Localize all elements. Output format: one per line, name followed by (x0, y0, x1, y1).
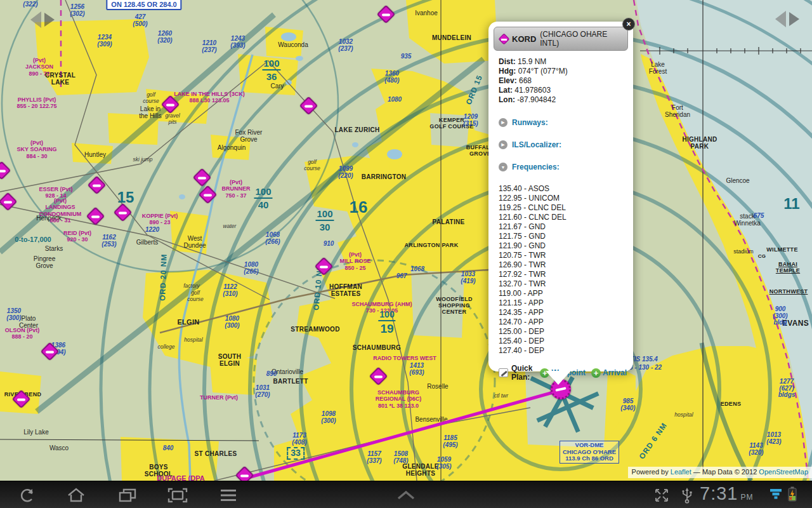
tablet-screen: CRYSTAL LAKECaryFox River GroveAlgonquin… (0, 0, 812, 508)
section-frequencies[interactable]: ▼Frequencies: (499, 163, 627, 171)
android-system-bar: 7:31PM (0, 481, 812, 508)
airport-marker[interactable] (192, 168, 211, 187)
popup-sections: ▶Runways:▶ILS/Localizer:▼Frequencies: (499, 118, 627, 171)
recent-apps-button[interactable] (113, 485, 142, 505)
airport-marker[interactable] (198, 185, 217, 204)
home-button[interactable] (62, 485, 91, 505)
frequency-item: 127.40 - DEP (499, 346, 627, 356)
expand-panel-chevron[interactable] (391, 485, 421, 505)
quick-plan-icon (499, 368, 508, 377)
battery-icon (788, 486, 797, 504)
section-label[interactable]: Runways: (512, 118, 548, 127)
usb-icon (680, 487, 694, 506)
section-runways[interactable]: ▶Runways: (499, 118, 627, 127)
frequency-list: 135.40 - ASOS122.95 - UNICOM119.25 - CLN… (499, 184, 627, 356)
stat-line: Lon: -87.904842 (499, 95, 627, 105)
frequency-item: 124.35 - APP (499, 308, 627, 318)
section-label[interactable]: Frequencies: (512, 163, 560, 171)
frequency-item: 121.15 - APP (499, 298, 627, 308)
airport-marker[interactable] (0, 161, 11, 180)
airport-name: (CHICAGO OHARE INTL) (540, 30, 624, 48)
airport-marker[interactable] (40, 342, 59, 361)
frequency-item: 122.95 - UNICOM (499, 194, 627, 203)
menu-button[interactable] (214, 485, 243, 505)
collapse-icon[interactable]: ▼ (499, 163, 508, 171)
frequency-item: 121.75 - GND (499, 232, 627, 241)
stat-line: Hdg: 074°T (077°M) (499, 67, 627, 76)
frequency-item: 120.75 - TWR (499, 251, 627, 260)
stat-line: Elev: 668 (499, 76, 627, 86)
popup-header: KORD (CHICAGO OHARE INTL) (494, 27, 628, 51)
frequency-item: 119.25 - CLNC DEL (499, 203, 627, 213)
frequency-item: 124.70 - APP (499, 318, 627, 327)
airport-marker[interactable] (87, 175, 106, 194)
frequency-item: 121.60 - CLNC DEL (499, 213, 627, 222)
openstreetmap-link[interactable]: OpenStreetMap (759, 468, 808, 476)
expand-icon[interactable]: ▶ (499, 118, 508, 127)
airport-diamond-icon (498, 33, 509, 44)
clock-ampm: PM (740, 493, 753, 502)
airport-info-popup: × KORD (CHICAGO OHARE INTL) Dist: 15.9 N… (488, 22, 633, 371)
add-arrival-button[interactable]: +Arrival (591, 368, 627, 378)
airport-markers-layer (0, 0, 812, 481)
airport-marker[interactable] (86, 206, 105, 225)
airport-stats: Dist: 15.9 NMHdg: 074°T (077°M)Elev: 668… (499, 57, 627, 105)
airport-marker[interactable] (160, 95, 180, 114)
frequency-item: 125.40 - DEP (499, 337, 627, 346)
frequency-item: 121.90 - GND (499, 241, 627, 251)
clock-time: 7:31 (700, 483, 738, 504)
attribution-powered: Powered by (632, 468, 671, 476)
frequency-item: 125.00 - DEP (499, 327, 627, 337)
clock: 7:31PM (700, 483, 753, 504)
stat-line: Dist: 15.9 NM (499, 57, 627, 67)
frequency-item: 121.67 - GND (499, 222, 627, 232)
frequency-item: 132.70 - TWR (499, 279, 627, 289)
map-attribution: Powered by Leaflet — Map Data © 2012 Ope… (628, 467, 812, 478)
fullscreen-icon[interactable] (647, 485, 676, 505)
back-button[interactable] (11, 485, 41, 505)
airport-marker[interactable] (0, 192, 17, 211)
screenshot-button[interactable] (163, 485, 192, 505)
expand-icon[interactable]: ▶ (499, 140, 508, 149)
section-ilslocalizer[interactable]: ▶ILS/Localizer: (499, 140, 627, 149)
frequency-item: 135.40 - ASOS (499, 184, 627, 194)
close-icon[interactable]: × (622, 18, 635, 30)
airport-marker[interactable] (314, 257, 333, 276)
airport-marker[interactable] (235, 465, 254, 481)
leaflet-link[interactable]: Leaflet (671, 468, 691, 476)
airport-code: KORD (512, 34, 536, 44)
frequency-item: 126.90 - TWR (499, 260, 627, 270)
action-label[interactable]: Arrival (603, 368, 627, 377)
frequency-item: 127.92 - TWR (499, 270, 627, 279)
popup-tail (546, 371, 571, 385)
airport-marker[interactable] (113, 203, 132, 222)
airport-marker[interactable] (11, 389, 30, 408)
section-label[interactable]: ILS/Localizer: (512, 140, 561, 149)
frequency-item: 119.00 - APP (499, 289, 627, 298)
attribution-middle: — Map Data © 2012 (691, 468, 759, 476)
stat-line: Lat: 41.978603 (499, 86, 627, 95)
map-pan-arrows-right[interactable] (774, 10, 802, 29)
wifi-icon (769, 488, 783, 502)
map-pan-arrows-left[interactable] (29, 10, 57, 29)
quick-plan-label: Quick Plan: (511, 364, 534, 382)
plus-icon: + (591, 368, 601, 378)
map[interactable]: CRYSTAL LAKECaryFox River GroveAlgonquin… (0, 0, 812, 481)
airport-marker[interactable] (299, 96, 318, 115)
airport-marker[interactable] (369, 366, 388, 385)
airport-marker[interactable] (376, 4, 395, 23)
